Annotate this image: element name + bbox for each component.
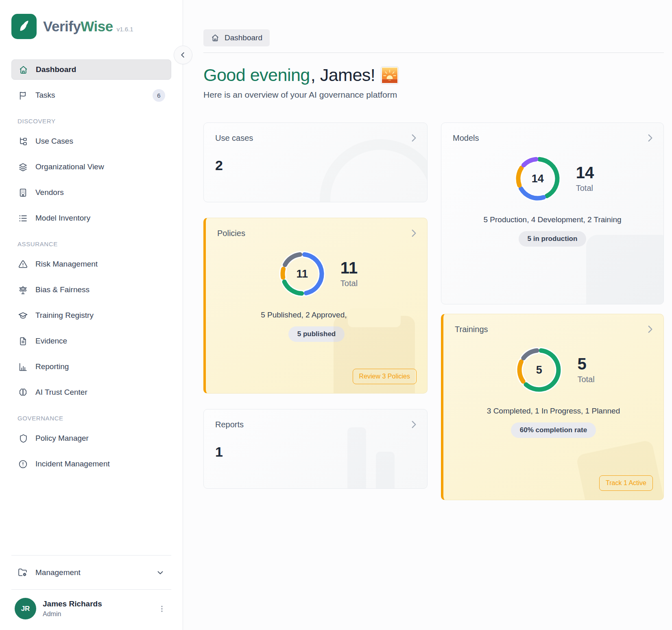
- card-title: Policies: [217, 229, 416, 238]
- sidebar-item-training-registry[interactable]: Training Registry: [11, 305, 171, 326]
- sidebar-footer: Management JR James Richards Admin: [11, 555, 171, 630]
- cards-grid: Use cases 2 Policies 11: [203, 122, 664, 500]
- chevron-down-icon[interactable]: [155, 568, 165, 578]
- sidebar-item-use-cases[interactable]: Use Cases: [11, 131, 171, 151]
- models-breakdown: 5 Production, 4 Development, 2 Training: [453, 215, 652, 224]
- bar-chart-icon: [17, 361, 28, 372]
- trainings-status-badge: 60% completion rate: [511, 422, 596, 438]
- sidebar-item-incident-management[interactable]: Incident Management: [11, 454, 171, 474]
- total-label: Total: [340, 279, 358, 288]
- donut-center-value: 11: [275, 247, 329, 301]
- trainings-card[interactable]: Trainings 5 5 Total 3 Completed, 1 In Pr…: [441, 314, 664, 500]
- shield-icon: [17, 433, 28, 444]
- warning-triangle-icon: [17, 259, 28, 269]
- sidebar-item-label: AI Trust Center: [35, 388, 87, 397]
- sidebar-item-label: Policy Manager: [35, 434, 89, 443]
- trainings-watermark: [576, 440, 664, 500]
- sidebar-item-risk-management[interactable]: Risk Management: [11, 254, 171, 274]
- scales-icon: [17, 284, 28, 295]
- policies-card[interactable]: Policies 11 11 Total 5 Published, 2 Appr…: [203, 218, 428, 394]
- reports-count: 1: [215, 444, 416, 460]
- donut-center-value: 5: [512, 343, 566, 397]
- track-active-button[interactable]: Track 1 Active: [599, 475, 653, 491]
- breadcrumb[interactable]: Dashboard: [203, 29, 270, 46]
- section-title-governance: GOVERNANCE: [11, 415, 171, 422]
- list-icon: [17, 213, 28, 223]
- sidebar-item-model-inventory[interactable]: Model Inventory: [11, 208, 171, 228]
- review-policies-button[interactable]: Review 3 Policies: [353, 369, 417, 384]
- management-label: Management: [35, 568, 81, 577]
- sidebar-item-label: Vendors: [35, 188, 64, 197]
- graduation-cap-icon: [17, 310, 28, 321]
- policies-donut-chart: 11: [275, 247, 329, 301]
- sidebar-item-policy-manager[interactable]: Policy Manager: [11, 428, 171, 448]
- home-icon: [18, 64, 28, 75]
- brand-version: v1.6.1: [117, 26, 133, 33]
- card-title: Models: [453, 133, 652, 143]
- models-total: 14: [576, 164, 594, 181]
- reports-card[interactable]: Reports 1: [203, 409, 428, 489]
- use-cases-count: 2: [215, 158, 416, 173]
- sidebar-item-dashboard[interactable]: Dashboard: [11, 59, 171, 80]
- sidebar-item-label: Incident Management: [35, 459, 110, 468]
- more-options-icon[interactable]: [156, 603, 168, 615]
- brand-name-primary: Verify: [43, 18, 81, 35]
- sidebar-item-label: Dashboard: [36, 65, 76, 74]
- use-cases-card[interactable]: Use cases 2: [203, 122, 428, 202]
- user-profile[interactable]: JR James Richards Admin: [11, 589, 171, 630]
- tasks-count-badge: 6: [153, 89, 165, 102]
- card-title: Use cases: [215, 133, 416, 143]
- total-label: Total: [577, 375, 594, 384]
- policies-total: 11: [340, 260, 358, 276]
- sidebar-item-label: Model Inventory: [35, 214, 90, 223]
- sidebar-collapse-button[interactable]: [174, 46, 192, 64]
- folder-gear-icon: [17, 567, 28, 578]
- tree-icon: [17, 136, 28, 147]
- chevron-right-icon[interactable]: [645, 133, 655, 143]
- layers-icon: [17, 162, 28, 172]
- greeting-rest: , James!: [311, 65, 375, 85]
- donut-center-value: 14: [511, 152, 565, 206]
- sidebar-item-evidence[interactable]: Evidence: [11, 331, 171, 351]
- avatar: JR: [15, 598, 36, 619]
- chevron-right-icon[interactable]: [645, 324, 655, 335]
- user-role: Admin: [43, 610, 102, 618]
- models-status-badge: 5 in production: [519, 231, 587, 247]
- chevron-right-icon[interactable]: [408, 133, 419, 143]
- sidebar-item-tasks[interactable]: Tasks 6: [11, 85, 171, 105]
- sidebar: Verify Wise v1.6.1 Dashboard Tasks: [0, 0, 183, 630]
- trainings-breakdown: 3 Completed, 1 In Progress, 1 Planned: [455, 407, 652, 416]
- brain-icon: [17, 387, 28, 398]
- sidebar-item-label: Use Cases: [35, 137, 73, 146]
- section-title-assurance: ASSURANCE: [11, 241, 171, 247]
- policies-status-badge: 5 published: [288, 326, 345, 342]
- sidebar-item-label: Risk Management: [35, 260, 98, 269]
- sidebar-item-label: Tasks: [35, 91, 55, 100]
- card-title: Trainings: [455, 325, 652, 334]
- trainings-total: 5: [577, 356, 594, 372]
- sidebar-item-ai-trust-center[interactable]: AI Trust Center: [11, 382, 171, 402]
- sidebar-item-label: Evidence: [35, 337, 67, 346]
- building-icon: [17, 187, 28, 198]
- breadcrumb-label: Dashboard: [225, 33, 262, 42]
- document-icon: [17, 336, 28, 346]
- policies-breakdown: 5 Published, 2 Approved, 2 Draft: [217, 311, 416, 319]
- sidebar-item-reporting[interactable]: Reporting: [11, 357, 171, 377]
- sidebar-item-organizational-view[interactable]: Organizational View: [11, 157, 171, 177]
- sidebar-item-vendors[interactable]: Vendors: [11, 182, 171, 203]
- verifywise-logo-icon: [11, 14, 37, 39]
- sidebar-item-bias-fairness[interactable]: Bias & Fairness: [11, 280, 171, 300]
- chevron-right-icon[interactable]: [408, 419, 419, 430]
- models-card[interactable]: Models 14 14 Total 5 Production, 4 Devel…: [441, 122, 664, 304]
- alert-circle-icon: [17, 459, 28, 469]
- page-title: Good evening, James!: [203, 65, 664, 85]
- section-title-discovery: DISCOVERY: [11, 118, 171, 125]
- sidebar-item-management[interactable]: Management: [11, 555, 171, 589]
- greeting-highlight: Good evening: [203, 65, 310, 85]
- sidebar-nav: Dashboard Tasks 6 DISCOVERY Use Cases: [11, 59, 171, 555]
- sunrise-emoji-icon: [381, 66, 399, 84]
- trainings-donut-chart: 5: [512, 343, 566, 397]
- sidebar-item-label: Organizational View: [35, 162, 104, 171]
- models-donut-chart: 14: [511, 152, 565, 206]
- chevron-right-icon[interactable]: [408, 228, 419, 238]
